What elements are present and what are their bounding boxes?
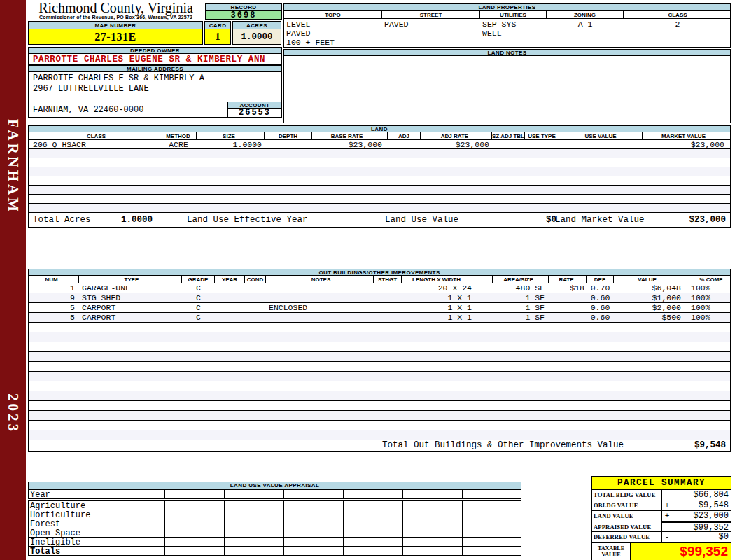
table-cell <box>403 490 463 498</box>
table-cell: $6,048 <box>614 284 687 293</box>
column-header: VALUE <box>614 276 687 283</box>
table-cell <box>265 176 312 185</box>
table-cell <box>687 362 732 371</box>
table-cell <box>388 204 421 212</box>
table-cell <box>587 362 614 371</box>
table-row <box>29 382 730 391</box>
street-values: PAVED <box>382 19 480 47</box>
table-cell <box>643 176 732 185</box>
table-cell <box>493 362 549 371</box>
table-cell <box>29 158 160 167</box>
table-cell <box>266 391 374 400</box>
summary-value: $9,548 <box>672 500 731 510</box>
table-cell <box>215 332 245 342</box>
table-cell <box>79 391 182 400</box>
column-header: LENGTH X WIDTH <box>402 276 493 283</box>
table-cell <box>344 528 403 537</box>
land-notes-title: LAND NOTES <box>284 49 731 56</box>
summary-label: LAND VALUE <box>592 511 662 521</box>
table-cell: C <box>182 313 215 322</box>
table-cell: 5 <box>29 313 79 322</box>
table-cell <box>687 342 732 351</box>
table-cell <box>525 186 559 194</box>
table-cell <box>643 167 732 176</box>
table-cell <box>165 501 225 510</box>
mailing-address-box: MAILING ADDRESS PARROTTE CHARLES E SR & … <box>28 65 282 118</box>
table-cell <box>29 430 79 440</box>
table-cell <box>79 362 182 371</box>
table-cell <box>197 186 265 194</box>
table-cell <box>587 430 614 440</box>
table-cell <box>312 204 388 212</box>
parcel-summary: PARCEL SUMMARY TOTAL BLDG VALUE$66,804OB… <box>592 476 732 560</box>
table-cell <box>614 323 687 332</box>
table-cell <box>245 323 266 332</box>
table-cell <box>374 421 402 430</box>
column-header: COND <box>245 276 266 283</box>
table-cell <box>284 519 344 528</box>
column-header: ZONING <box>547 11 624 18</box>
table-cell <box>374 372 402 381</box>
table-cell <box>79 430 182 440</box>
table-cell <box>402 372 493 381</box>
table-cell <box>312 167 388 176</box>
table-cell <box>215 323 245 332</box>
table-cell <box>215 362 245 371</box>
table-cell <box>492 195 525 203</box>
summary-operator <box>662 522 672 533</box>
column-header: USE VALUE <box>559 132 643 139</box>
table-cell: $500 <box>614 313 687 322</box>
table-cell <box>463 528 522 537</box>
district-spine: FARNHAM 2023 <box>0 0 26 560</box>
column-header: STHGT <box>374 276 402 283</box>
mailing-address-label: MAILING ADDRESS <box>28 65 282 72</box>
mailing-line: 2967 LUTTRELLVILLE LANE <box>33 84 281 94</box>
table-cell <box>388 149 421 158</box>
column-header: ADJ RATE <box>421 132 492 139</box>
table-cell <box>493 342 549 351</box>
column-header: RATE <box>549 276 587 283</box>
table-cell <box>245 382 266 391</box>
table-row <box>29 167 730 176</box>
parcel-summary-title: PARCEL SUMMARY <box>592 477 731 490</box>
table-cell <box>388 186 421 194</box>
table-row: Ineligible <box>28 537 522 547</box>
mailing-line: PARROTTE CHARLES E SR & KIMBERLY A <box>33 74 281 84</box>
table-cell <box>614 352 687 361</box>
table-cell <box>182 362 215 371</box>
table-cell <box>493 323 549 332</box>
table-cell <box>312 176 388 185</box>
table-cell <box>374 313 402 322</box>
row-label: Forest <box>29 519 165 528</box>
table-row: 1GARAGE-UNFC20 X 24480 SF$180.70$6,04810… <box>29 284 730 293</box>
table-cell <box>79 411 182 420</box>
table-cell <box>559 149 643 158</box>
table-cell <box>197 167 265 176</box>
acres-label: ACRES <box>232 21 281 29</box>
table-row: Forest <box>28 519 522 528</box>
class-value: 2 <box>624 19 732 47</box>
table-cell <box>587 421 614 430</box>
table-cell <box>79 342 182 351</box>
table-cell <box>245 421 266 430</box>
table-cell <box>245 352 266 361</box>
table-cell <box>643 195 732 203</box>
column-header: DEPTH <box>265 132 312 139</box>
out-buildings-total-row: Total Out Buildings & Other Improvements… <box>28 440 731 452</box>
table-cell <box>559 167 643 176</box>
table-cell <box>197 176 265 185</box>
table-cell <box>493 391 549 400</box>
table-row <box>29 411 730 421</box>
column-header: STREET <box>382 11 480 18</box>
table-row: Year <box>28 489 522 499</box>
table-cell: GARAGE-UNF <box>79 284 182 293</box>
total-acres-label: Total Acres <box>33 213 91 227</box>
table-cell <box>403 519 463 528</box>
table-cell <box>549 352 587 361</box>
table-cell <box>403 547 463 555</box>
column-header: TYPE <box>79 276 182 283</box>
land-market-value: $23,000 <box>689 213 726 227</box>
table-cell <box>549 362 587 371</box>
table-cell <box>587 332 614 342</box>
table-cell <box>344 547 403 555</box>
